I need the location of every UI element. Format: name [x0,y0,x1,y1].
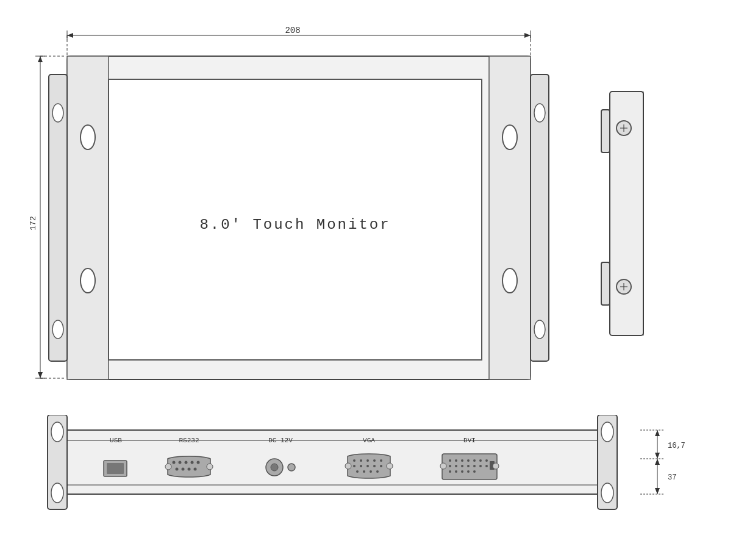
svg-point-72 [185,461,188,464]
svg-marker-11 [109,66,115,71]
svg-point-87 [360,459,362,462]
svg-point-101 [387,463,393,469]
bottom-diagram: USB RS232 DC 12V [18,415,689,543]
svg-marker-130 [655,430,660,436]
svg-point-59 [51,483,63,503]
svg-marker-4 [524,33,531,38]
svg-rect-34 [489,56,531,379]
svg-point-121 [467,470,470,473]
svg-text:172: 172 [29,216,38,230]
svg-text:DC 12V: DC 12V [268,437,293,444]
svg-text:USB: USB [110,437,122,444]
svg-text:RS232: RS232 [179,437,199,444]
svg-point-106 [461,459,463,462]
svg-point-94 [373,465,376,467]
svg-point-104 [449,459,451,462]
svg-point-114 [467,465,470,467]
svg-point-71 [179,461,182,464]
svg-point-124 [440,463,446,469]
svg-point-118 [449,470,451,473]
svg-point-93 [366,465,369,467]
bottom-diagram-svg: USB RS232 DC 12V [18,415,689,543]
svg-point-112 [455,465,457,467]
svg-point-98 [370,470,372,473]
svg-rect-47 [610,92,643,336]
svg-marker-3 [67,33,73,38]
svg-point-70 [173,461,176,464]
svg-point-42 [52,320,63,339]
svg-point-65 [601,483,613,503]
svg-point-88 [366,459,369,462]
svg-marker-134 [655,459,660,465]
svg-point-108 [473,459,476,462]
svg-rect-33 [67,56,109,379]
svg-rect-60 [67,430,598,494]
svg-point-37 [80,125,95,149]
svg-point-100 [345,463,351,469]
top-diagram: 208 164,9 172 [18,18,707,409]
svg-marker-131 [655,453,660,459]
svg-text:8.0' Touch Monitor: 8.0' Touch Monitor [199,217,390,233]
svg-rect-49 [601,262,610,305]
svg-point-43 [534,104,545,122]
svg-point-77 [188,468,191,471]
svg-point-122 [473,470,476,473]
page: 208 164,9 172 [0,0,747,560]
svg-rect-48 [601,110,610,153]
svg-point-80 [207,464,213,470]
svg-rect-35 [49,74,67,361]
svg-marker-135 [655,488,660,494]
svg-point-78 [194,468,197,471]
svg-point-115 [473,465,476,467]
svg-point-75 [176,468,179,471]
svg-point-41 [52,104,63,122]
svg-marker-20 [38,372,43,378]
svg-point-99 [376,470,379,473]
svg-point-113 [461,465,463,467]
svg-point-86 [353,459,356,462]
svg-point-73 [191,461,194,464]
svg-point-74 [197,461,200,464]
svg-text:16,7: 16,7 [668,442,685,450]
svg-text:VGA: VGA [363,437,375,444]
svg-point-64 [601,422,613,442]
svg-point-95 [380,465,382,467]
svg-text:DVI: DVI [463,437,476,444]
svg-point-89 [373,459,376,462]
svg-point-53 [617,279,631,294]
svg-point-120 [461,470,463,473]
svg-point-40 [502,268,517,293]
svg-marker-27 [84,79,89,85]
svg-text:164,9: 164,9 [283,59,307,68]
svg-marker-19 [38,56,43,62]
svg-point-105 [455,459,457,462]
svg-point-116 [479,465,482,467]
svg-point-96 [356,470,359,473]
svg-rect-36 [531,74,549,361]
svg-marker-28 [84,354,89,360]
svg-point-44 [534,320,545,339]
svg-point-58 [51,422,63,442]
svg-point-111 [449,465,451,467]
svg-point-109 [479,459,482,462]
svg-point-84 [288,464,295,471]
dimension-lines-svg: 208 164,9 172 [18,18,707,409]
svg-rect-45 [109,79,482,360]
svg-point-107 [467,459,470,462]
svg-point-79 [165,464,171,470]
svg-rect-32 [67,56,531,379]
svg-point-91 [353,465,356,467]
svg-text:124,1: 124,1 [76,215,84,237]
svg-point-125 [493,463,499,469]
svg-point-38 [80,268,95,293]
svg-point-92 [360,465,362,467]
svg-point-39 [502,125,517,149]
svg-point-90 [380,459,382,462]
svg-point-117 [485,465,488,467]
svg-point-50 [617,121,631,135]
svg-point-110 [485,459,488,462]
svg-point-119 [455,470,457,473]
svg-point-83 [271,464,278,471]
svg-marker-12 [476,66,482,71]
svg-point-76 [182,468,185,471]
